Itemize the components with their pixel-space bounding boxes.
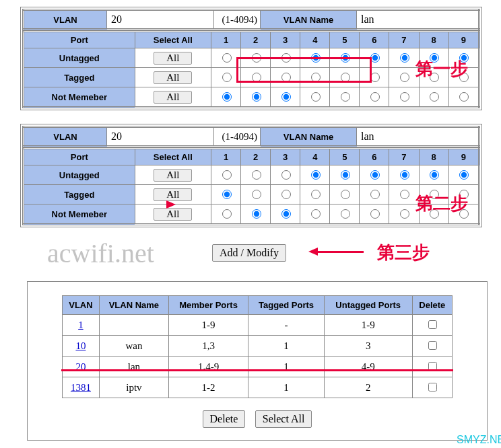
delete-checkbox[interactable]: [428, 383, 437, 391]
port-radio[interactable]: [222, 209, 232, 219]
port-header: Port: [24, 149, 135, 165]
vlan-name-cell: [99, 315, 168, 336]
vlan-range: (1-4094): [214, 10, 261, 30]
port-radio[interactable]: [311, 53, 321, 63]
port-radio[interactable]: [311, 92, 321, 102]
port-number: 8: [419, 149, 448, 165]
port-number: 6: [360, 149, 389, 165]
port-number: 2: [241, 149, 271, 165]
vlan-name-input[interactable]: [360, 12, 478, 27]
port-radio[interactable]: [311, 209, 321, 219]
port-radio[interactable]: [400, 170, 409, 180]
port-radio[interactable]: [222, 92, 232, 102]
port-radio[interactable]: [252, 170, 261, 180]
port-number: 3: [271, 32, 300, 48]
all-button[interactable]: All: [154, 71, 192, 84]
delete-checkbox[interactable]: [428, 320, 437, 329]
port-radio[interactable]: [252, 53, 261, 63]
vlan-label: VLAN: [24, 10, 107, 30]
table-row: 10wan1,313: [63, 336, 453, 357]
port-radio[interactable]: [341, 209, 350, 219]
all-button[interactable]: All: [154, 169, 192, 182]
port-radio[interactable]: [252, 92, 261, 102]
port-radio[interactable]: [281, 170, 291, 180]
port-radio[interactable]: [430, 92, 439, 102]
port-number: 7: [389, 32, 419, 48]
port-number: 4: [300, 149, 330, 165]
port-number: 4: [300, 32, 330, 48]
port-radio[interactable]: [252, 209, 261, 219]
port-radio[interactable]: [311, 73, 321, 82]
vlan-name-input[interactable]: [360, 129, 478, 144]
tagged-ports-cell: 1: [248, 336, 325, 357]
all-button[interactable]: All: [154, 188, 192, 201]
port-radio[interactable]: [252, 190, 261, 199]
vlan-name-label: VLAN Name: [261, 10, 357, 30]
smyz-watermark: SMYZ.NET: [457, 434, 501, 446]
select-all-button[interactable]: Select All: [255, 410, 312, 428]
port-radio[interactable]: [370, 170, 380, 180]
row-label: Tagged: [24, 68, 135, 87]
port-radio[interactable]: [370, 53, 380, 63]
all-button[interactable]: All: [154, 208, 192, 221]
port-radio[interactable]: [281, 73, 291, 82]
port-radio[interactable]: [400, 73, 409, 82]
vlan-name-label: VLAN Name: [261, 127, 357, 147]
port-radio[interactable]: [222, 73, 232, 82]
vlan-id-input[interactable]: [110, 12, 213, 27]
all-button[interactable]: All: [154, 52, 192, 65]
port-radio[interactable]: [222, 170, 232, 180]
port-radio[interactable]: [370, 92, 380, 102]
row-label: Untagged: [24, 48, 135, 68]
all-button[interactable]: All: [154, 91, 192, 104]
member-ports-cell: 1-9: [168, 315, 248, 336]
port-radio[interactable]: [281, 53, 291, 63]
table-header: VLAN: [63, 296, 100, 315]
table-header: Member Ports: [168, 296, 248, 315]
vlan-range: (1-4094): [214, 127, 261, 147]
vlan-name-cell: lan: [99, 357, 168, 377]
row-label: Not Memeber: [24, 204, 135, 225]
row-label: Not Memeber: [24, 87, 135, 108]
untagged-ports-cell: 1-9: [324, 315, 412, 336]
port-radio[interactable]: [400, 190, 409, 199]
vlan-id-link[interactable]: 10: [75, 340, 86, 351]
delete-button[interactable]: Delete: [203, 410, 246, 428]
member-ports-cell: 1,3: [168, 336, 248, 357]
port-radio[interactable]: [281, 92, 291, 102]
port-radio[interactable]: [311, 190, 321, 199]
port-radio[interactable]: [459, 170, 469, 180]
port-radio[interactable]: [400, 92, 409, 102]
untagged-ports-cell: 2: [324, 377, 412, 398]
port-radio[interactable]: [341, 53, 350, 63]
port-radio[interactable]: [311, 170, 321, 180]
port-radio[interactable]: [400, 209, 409, 219]
port-radio[interactable]: [281, 190, 291, 199]
vlan-config-block-2: VLAN (1-4094) VLAN Name PortSelect All12…: [20, 124, 482, 227]
vlan-id-input[interactable]: [110, 129, 213, 144]
table-row: 11-9-1-9: [63, 315, 453, 336]
port-radio[interactable]: [400, 53, 409, 63]
port-radio[interactable]: [222, 190, 232, 199]
port-radio[interactable]: [252, 73, 261, 82]
port-radio[interactable]: [281, 209, 291, 219]
delete-checkbox[interactable]: [428, 341, 437, 350]
port-radio[interactable]: [430, 170, 439, 180]
vlan-id-link[interactable]: 1381: [71, 382, 91, 393]
vlan-id-link[interactable]: 1: [78, 320, 84, 330]
port-number: 5: [330, 32, 360, 48]
port-radio[interactable]: [222, 53, 232, 63]
port-radio[interactable]: [341, 190, 350, 199]
port-radio[interactable]: [341, 92, 350, 102]
add-modify-button[interactable]: Add / Modify: [212, 244, 286, 262]
port-radio[interactable]: [341, 73, 350, 82]
port-radio[interactable]: [370, 190, 380, 199]
port-radio[interactable]: [459, 92, 469, 102]
port-radio[interactable]: [370, 209, 380, 219]
port-radio[interactable]: [370, 73, 380, 82]
step1-label: 第一步: [415, 57, 468, 81]
table-header: Delete: [412, 296, 452, 315]
select-all-header: Select All: [135, 32, 211, 48]
port-radio[interactable]: [341, 170, 350, 180]
port-number: 5: [330, 149, 360, 165]
